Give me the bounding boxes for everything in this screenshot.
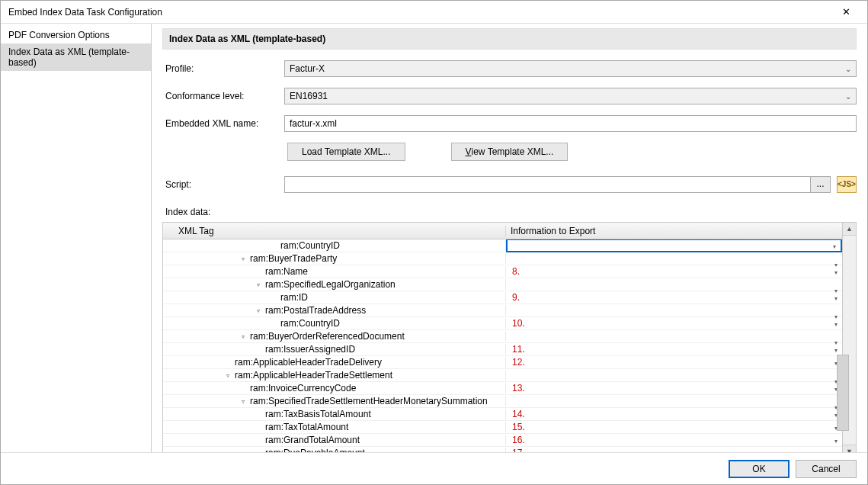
xml-tag-cell[interactable]: ram:CountryID [163,318,506,329]
xml-tag-cell[interactable]: ram:ID [163,292,506,303]
xml-tag-cell[interactable]: ▿ram:BuyerOrderReferencedDocument [163,331,506,342]
table-row[interactable]: ram:CountryID10.▾ [163,317,842,330]
table-row[interactable]: ram:IssuerAssignedID11.▾ [163,343,842,356]
xml-tag-cell[interactable]: ▿ram:SpecifiedTradeSettlementHeaderMonet… [163,396,506,406]
script-input[interactable] [284,176,811,193]
xml-tag-cell[interactable]: ram:Name [163,266,506,277]
index-data-label: Index data: [162,207,857,217]
info-export-cell[interactable]: 13.▾ [506,383,842,393]
table-row[interactable]: ram:ID9.▾ [163,291,842,304]
table-row[interactable]: ram:TaxTotalAmount15.▾ [163,421,842,434]
scroll-down-icon[interactable]: ▼ [843,445,856,452]
xml-tag-cell[interactable]: ▿ram:BuyerTradeParty [163,253,506,264]
cell-dropdown-icon[interactable]: ▾ [831,436,841,446]
xml-tag-cell[interactable]: ▿ram:ApplicableHeaderTradeSettlement [163,370,506,381]
table-row[interactable]: ram:DuePayableAmount17.▾ [163,447,842,452]
row-annotation: 12. [512,357,525,368]
sidebar-item-pdf-conversion[interactable]: PDF Conversion Options [1,27,151,43]
table-row[interactable]: ▿ram:BuyerTradeParty▾ [163,252,842,265]
xml-tag-cell[interactable]: ram:TaxTotalAmount [163,422,506,432]
profile-label: Profile: [162,63,284,74]
script-label: Script: [162,179,284,190]
table-row[interactable]: ▿ram:PostalTradeAddress▾ [163,304,842,317]
scroll-up-icon[interactable]: ▲ [843,223,856,236]
title-bar: Embed Index Data Task Configuration ✕ [1,1,867,24]
sidebar-item-index-xml[interactable]: Index Data as XML (template-based) [1,43,151,71]
row-annotation: 13. [512,383,525,393]
table-row[interactable]: ram:GrandTotalAmount16.▾ [163,434,842,447]
col-info-export[interactable]: Information to Export [506,226,842,236]
embedded-label: Embedded XML name: [162,118,284,129]
info-export-cell[interactable]: ▾ [506,239,842,252]
index-grid: XML Tag Information to Export ram:Countr… [162,222,857,452]
xml-tag-label: ram:TaxBasisTotalAmount [262,409,371,419]
tree-toggle-icon[interactable]: ▿ [239,398,247,405]
tree-toggle-icon[interactable]: ▿ [255,281,262,288]
xml-tag-label: ram:SpecifiedLegalOrganization [262,279,396,290]
info-export-cell[interactable]: 8.▾ [506,266,842,277]
table-row[interactable]: ram:CountryID▾ [163,239,842,252]
view-template-button[interactable]: View Template XML... [451,143,569,161]
script-browse-button[interactable]: ... [811,176,831,193]
xml-tag-label: ram:InvoiceCurrencyCode [247,383,356,393]
load-template-button[interactable]: Load Template XML... [287,143,405,161]
xml-tag-cell[interactable]: ram:CountryID [163,240,506,251]
table-row[interactable]: ram:ApplicableHeaderTradeDelivery12.▾ [163,356,842,369]
tree-toggle-icon[interactable]: ▿ [255,307,262,314]
cell-dropdown-icon[interactable]: ▾ [831,320,841,329]
info-export-cell[interactable]: 9.▾ [506,292,842,303]
xml-tag-label: ram:IssuerAssignedID [262,344,355,355]
info-export-cell[interactable]: 16.▾ [506,435,842,445]
table-row[interactable]: ram:Name8.▾ [163,265,842,278]
row-annotation: 8. [512,266,520,277]
table-row[interactable]: ram:TaxBasisTotalAmount14.▾ [163,408,842,421]
xml-tag-label: ram:BuyerOrderReferencedDocument [247,331,405,342]
xml-tag-cell[interactable]: ▿ram:SpecifiedLegalOrganization [163,279,506,290]
xml-tag-cell[interactable]: ram:ApplicableHeaderTradeDelivery [163,357,506,368]
xml-tag-label: ram:CountryID [277,240,340,251]
info-export-cell[interactable]: 11.▾ [506,344,842,355]
tree-toggle-icon[interactable]: ▿ [239,333,247,340]
grid-header: XML Tag Information to Export [163,223,842,239]
cell-dropdown-icon[interactable]: ▾ [831,294,841,304]
cell-dropdown-icon[interactable]: ▾ [829,242,839,252]
grid-scrollbar[interactable]: ▲ ▼ [842,223,856,452]
tree-toggle-icon[interactable]: ▿ [224,372,232,379]
js-button[interactable]: <JS> [837,176,857,193]
ok-button[interactable]: OK [729,460,790,478]
info-export-cell[interactable]: 10.▾ [506,318,842,329]
xml-tag-cell[interactable]: ram:IssuerAssignedID [163,344,506,355]
row-annotation: 15. [512,422,525,432]
close-icon[interactable]: ✕ [831,6,861,18]
table-row[interactable]: ▿ram:BuyerOrderReferencedDocument▾ [163,330,842,343]
sidebar: PDF Conversion Options Index Data as XML… [1,24,152,452]
xml-tag-label: ram:SpecifiedTradeSettlementHeaderMoneta… [247,396,488,406]
table-row[interactable]: ▿ram:SpecifiedLegalOrganization▾ [163,278,842,291]
scroll-thumb[interactable] [837,355,849,431]
embedded-xml-input[interactable] [284,115,857,132]
row-annotation: 11. [512,344,525,355]
cancel-button[interactable]: Cancel [796,460,857,478]
table-row[interactable]: ▿ram:ApplicableHeaderTradeSettlement▾ [163,369,842,382]
table-row[interactable]: ▿ram:SpecifiedTradeSettlementHeaderMonet… [163,395,842,408]
chevron-down-icon: ⌄ [845,92,851,101]
xml-tag-cell[interactable]: ram:TaxBasisTotalAmount [163,409,506,419]
row-annotation: 14. [512,409,525,419]
table-row[interactable]: ram:InvoiceCurrencyCode13.▾ [163,382,842,395]
xml-tag-cell[interactable]: ▿ram:PostalTradeAddress [163,305,506,316]
xml-tag-label: ram:ApplicableHeaderTradeDelivery [232,357,382,368]
conformance-select[interactable]: EN16931 ⌄ [284,88,857,104]
content: PDF Conversion Options Index Data as XML… [1,24,867,452]
main-panel: Index Data as XML (template-based) Profi… [152,24,867,452]
xml-tag-cell[interactable]: ram:GrandTotalAmount [163,435,506,445]
xml-tag-cell[interactable]: ram:InvoiceCurrencyCode [163,383,506,393]
tree-toggle-icon[interactable]: ▿ [239,255,247,262]
col-xml-tag[interactable]: XML Tag [163,226,506,236]
profile-select[interactable]: Factur-X ⌄ [284,60,857,77]
cell-dropdown-icon[interactable]: ▾ [831,268,841,278]
row-annotation: 9. [512,292,520,303]
info-export-cell[interactable]: 12.▾ [506,357,842,368]
conformance-value: EN16931 [290,91,328,101]
info-export-cell[interactable]: 14.▾ [506,409,842,419]
info-export-cell[interactable]: 15.▾ [506,422,842,432]
